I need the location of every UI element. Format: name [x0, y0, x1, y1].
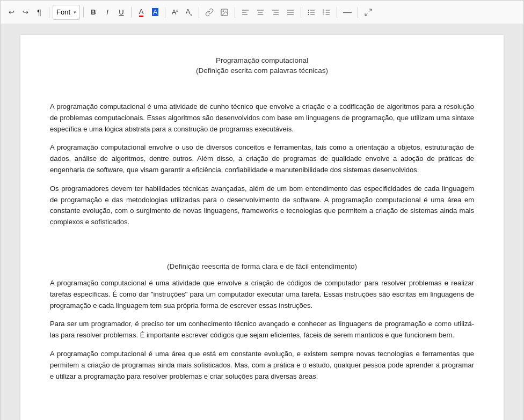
divider-5 [199, 7, 199, 18]
bold-button[interactable]: B [87, 5, 100, 20]
divider-8 [337, 7, 337, 18]
paragraph-6: A programação computacional é uma área q… [50, 349, 474, 382]
paragraph-4: A programação computacional é uma ativid… [50, 278, 474, 311]
fontcolor-button[interactable]: A [135, 5, 148, 20]
divider-1 [49, 7, 49, 18]
section2-subtitle: (Definição reescrita de forma clara e de… [50, 262, 474, 270]
image-button[interactable] [217, 5, 231, 20]
spacer-1 [50, 91, 474, 101]
divider-7 [301, 7, 301, 18]
undo-button[interactable]: ↩ [5, 5, 18, 20]
divider-9 [358, 7, 358, 18]
divider-6 [235, 7, 235, 18]
svg-point-18 [308, 12, 309, 13]
font-label: Font [56, 8, 70, 16]
divider-4 [165, 7, 165, 18]
paragraph-5: Para ser um programador, é preciso ter u… [50, 319, 474, 341]
link-button[interactable] [202, 5, 216, 20]
bullet-list-button[interactable] [304, 5, 318, 20]
fullscreen-button[interactable] [361, 5, 375, 20]
document-page[interactable]: Programação computacional (Definição esc… [20, 35, 504, 420]
italic-button[interactable]: I [101, 5, 114, 20]
divider-3 [131, 7, 132, 18]
svg-line-26 [369, 9, 372, 12]
font-dropdown-icon: ▾ [74, 10, 76, 15]
svg-point-19 [308, 14, 309, 15]
divider-2 [83, 7, 84, 18]
align-justify-button[interactable] [283, 5, 297, 20]
paragraph-3: Os programadores devem ter habilidades t… [50, 183, 474, 228]
highlight-button[interactable]: A [149, 5, 162, 20]
numbered-list-button[interactable]: 1. 2. 3. [319, 5, 333, 20]
align-center-button[interactable] [253, 5, 267, 20]
align-left-button[interactable] [238, 5, 252, 20]
svg-text:3.: 3. [323, 13, 324, 16]
align-right-button[interactable] [268, 5, 282, 20]
paragraph-1: A programação computacional é uma ativid… [50, 101, 474, 135]
spacer-2 [50, 235, 474, 246]
subscript-button[interactable]: As [183, 5, 195, 20]
editor-wrapper: ↩ ↪ ¶ Font ▾ B I U A A [0, 0, 524, 420]
svg-point-17 [308, 10, 309, 11]
page-area: Programação computacional (Definição esc… [1, 24, 523, 420]
document-subtitle: (Definição escrita com palavras técnicas… [50, 67, 474, 75]
redo-button[interactable]: ↪ [19, 5, 32, 20]
svg-line-27 [365, 13, 368, 16]
font-selector[interactable]: Font ▾ [53, 5, 80, 20]
svg-point-1 [223, 10, 224, 11]
toolbar: ↩ ↪ ¶ Font ▾ B I U A A [1, 1, 523, 24]
superscript-button[interactable]: As [169, 5, 181, 20]
document-title: Programação computacional [50, 56, 474, 64]
paragraph-2: A programação computacional envolve o us… [50, 142, 474, 175]
horizontal-rule-button[interactable]: — [340, 5, 354, 20]
format-button[interactable]: ¶ [33, 5, 46, 20]
underline-button[interactable]: U [115, 5, 128, 20]
